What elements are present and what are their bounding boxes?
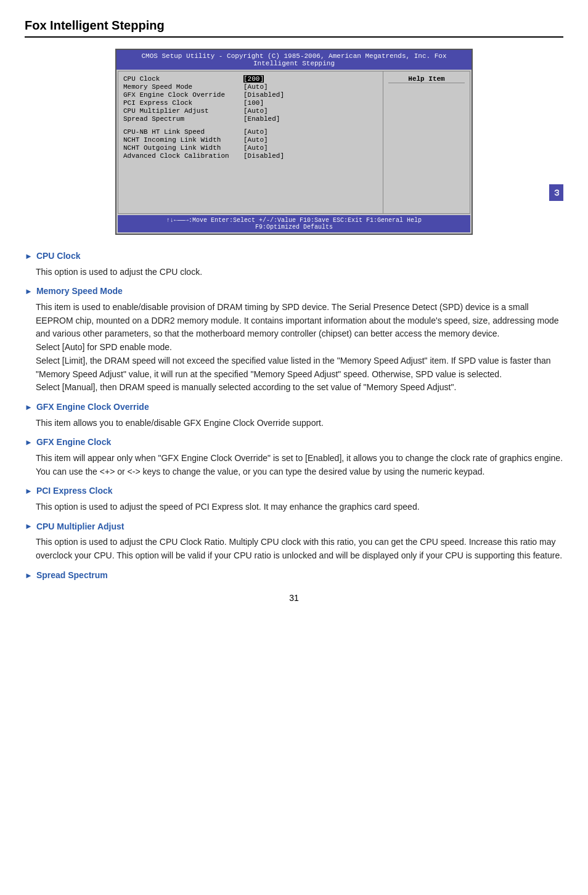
bios-label-gfx-override: GFX Engine Clock Override	[123, 91, 243, 99]
bios-label-pci-clock: PCI Express Clock	[123, 99, 243, 107]
section-spread-spectrum: ►Spread Spectrum	[25, 569, 563, 582]
bios-row-memory-speed: Memory Speed Mode [Auto]	[123, 83, 378, 91]
page-number: 31	[25, 593, 563, 603]
bios-value-adv-clock: [Disabled]	[243, 152, 284, 160]
heading-text-gfx-engine-clock: GFX Engine Clock	[36, 436, 111, 449]
arrow-icon-gfx-engine-clock-override: ►	[25, 401, 33, 414]
bios-label-cpu-mult: CPU Multiplier Adjust	[123, 107, 243, 115]
heading-text-pci-express-clock: PCI Express Clock	[36, 484, 113, 498]
page-title: Fox Intelligent Stepping	[25, 18, 563, 38]
bios-row-cpu-clock: CPU Clock [200]	[123, 75, 378, 83]
body-cpu-clock: This option is used to adjust the CPU cl…	[36, 266, 563, 279]
bios-header: CMOS Setup Utility - Copyright (C) 1985-…	[116, 50, 472, 70]
bios-help-title: Help Item	[388, 75, 465, 83]
arrow-icon-cpu-clock: ►	[25, 250, 33, 263]
bios-label-spread: Spread Spectrum	[123, 115, 243, 123]
bios-label-ht-link: CPU-NB HT Link Speed	[123, 128, 243, 136]
bios-label-memory-speed: Memory Speed Mode	[123, 83, 243, 91]
bios-value-spread: [Enabled]	[243, 115, 280, 123]
heading-cpu-multiplier-adjust: ►CPU Multiplier Adjust	[25, 520, 563, 534]
heading-text-cpu-multiplier-adjust: CPU Multiplier Adjust	[36, 520, 125, 534]
section-cpu-clock: ►CPU ClockThis option is used to adjust …	[25, 250, 563, 279]
heading-pci-express-clock: ►PCI Express Clock	[25, 484, 563, 498]
bios-value-memory-speed: [Auto]	[243, 83, 268, 91]
bios-row-ncht-in: NCHT Incoming Link Width [Auto]	[123, 136, 378, 144]
body-gfx-engine-clock: This item will appear only when "GFX Eng…	[36, 452, 563, 478]
bios-help-panel: Help Item	[383, 72, 470, 213]
arrow-icon-spread-spectrum: ►	[25, 570, 33, 582]
heading-text-memory-speed-mode: Memory Speed Mode	[36, 285, 123, 298]
bios-label-ncht-out: NCHT Outgoing Link Width	[123, 144, 243, 152]
heading-text-cpu-clock: CPU Clock	[36, 250, 81, 263]
section-pci-express-clock: ►PCI Express ClockThis option is used to…	[25, 484, 563, 513]
bios-value-cpu-mult: [Auto]	[243, 107, 268, 115]
bios-row-ncht-out: NCHT Outgoing Link Width [Auto]	[123, 144, 378, 152]
section-gfx-engine-clock-override: ►GFX Engine Clock OverrideThis item allo…	[25, 401, 563, 430]
bios-value-ncht-out: [Auto]	[243, 144, 268, 152]
bios-label-cpu-clock: CPU Clock	[123, 75, 243, 83]
chapter-tab: ω	[549, 184, 563, 201]
arrow-icon-pci-express-clock: ►	[25, 485, 33, 497]
arrow-icon-cpu-multiplier-adjust: ►	[25, 520, 33, 533]
bios-footer-line1: ↑↓←——→:Move Enter:Select +/-/:Value F10:…	[123, 217, 465, 224]
section-cpu-multiplier-adjust: ►CPU Multiplier AdjustThis option is use…	[25, 520, 563, 563]
heading-text-gfx-engine-clock-override: GFX Engine Clock Override	[36, 401, 149, 414]
body-gfx-engine-clock-override: This item allows you to enable/disable G…	[36, 417, 563, 430]
section-gfx-engine-clock: ►GFX Engine ClockThis item will appear o…	[25, 436, 563, 478]
bios-main-panel: CPU Clock [200] Memory Speed Mode [Auto]…	[118, 72, 383, 213]
bios-value-pci-clock: [100]	[243, 99, 264, 107]
body-pci-express-clock: This option is used to adjust the speed …	[36, 501, 563, 514]
bios-footer: ↑↓←——→:Move Enter:Select +/-/:Value F10:…	[118, 215, 470, 232]
bios-row-spread: Spread Spectrum [Enabled]	[123, 115, 378, 123]
body-memory-speed-mode: This item is used to enable/disable prov…	[36, 301, 563, 394]
bios-value-ncht-in: [Auto]	[243, 136, 268, 144]
heading-text-spread-spectrum: Spread Spectrum	[36, 569, 108, 582]
arrow-icon-gfx-engine-clock: ►	[25, 436, 33, 449]
bios-row-ht-link: CPU-NB HT Link Speed [Auto]	[123, 128, 378, 136]
bios-row-pci-clock: PCI Express Clock [100]	[123, 99, 378, 107]
heading-gfx-engine-clock-override: ►GFX Engine Clock Override	[25, 401, 563, 414]
body-cpu-multiplier-adjust: This option is used to adjust the CPU Cl…	[36, 536, 563, 562]
bios-label-ncht-in: NCHT Incoming Link Width	[123, 136, 243, 144]
heading-memory-speed-mode: ►Memory Speed Mode	[25, 285, 563, 298]
bios-value-cpu-clock: [200]	[243, 75, 264, 83]
heading-spread-spectrum: ►Spread Spectrum	[25, 569, 563, 582]
bios-value-gfx-override: [Disabled]	[243, 91, 284, 99]
section-memory-speed-mode: ►Memory Speed ModeThis item is used to e…	[25, 285, 563, 394]
bios-label-adv-clock: Advanced Clock Calibration	[123, 152, 243, 160]
arrow-icon-memory-speed-mode: ►	[25, 285, 33, 298]
bios-row-gfx-override: GFX Engine Clock Override [Disabled]	[123, 91, 378, 99]
bios-footer-line2: F9:Optimized Defaults	[123, 224, 465, 231]
bios-row-cpu-mult: CPU Multiplier Adjust [Auto]	[123, 107, 378, 115]
bios-row-adv-clock: Advanced Clock Calibration [Disabled]	[123, 152, 378, 160]
bios-screenshot: CMOS Setup Utility - Copyright (C) 1985-…	[25, 49, 563, 250]
bios-value-ht-link: [Auto]	[243, 128, 268, 136]
heading-gfx-engine-clock: ►GFX Engine Clock	[25, 436, 563, 449]
heading-cpu-clock: ►CPU Clock	[25, 250, 563, 263]
